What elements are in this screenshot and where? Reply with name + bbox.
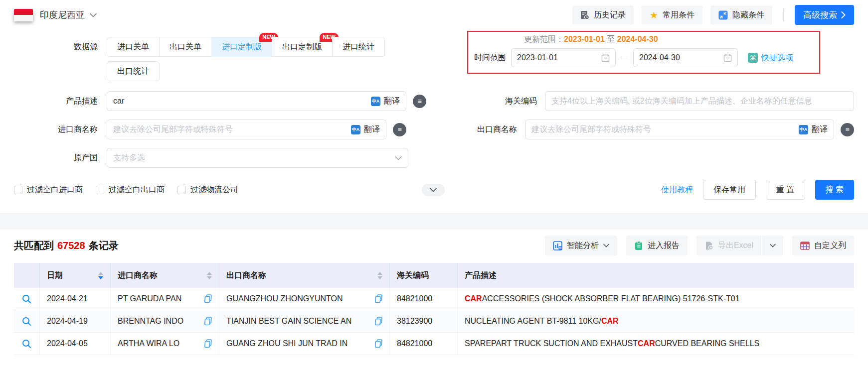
advanced-search-button[interactable]: 高级搜索 [795, 5, 854, 25]
end-date-input[interactable]: 2024-04-30 [633, 48, 738, 67]
search-button[interactable]: 搜 索 [815, 180, 854, 200]
translate-button[interactable]: 中A 翻译 [794, 124, 828, 135]
row-detail-button[interactable] [14, 310, 40, 332]
cell-importer[interactable]: BRENNTAG INDO [111, 310, 219, 332]
table-header-cell[interactable]: 出口商名称 [219, 263, 390, 288]
cell-hscode: 84821000 [390, 333, 458, 355]
sort-desc-icon[interactable] [377, 276, 382, 279]
enter-report-button[interactable]: 进入报告 [626, 236, 688, 255]
cell-importer[interactable]: PT GARUDA PAN [111, 288, 219, 310]
table-row: 2024-04-21 PT GARUDA PAN GUANGZHOU ZHONG… [14, 288, 854, 310]
topbar: 印度尼西亚 历史记录 ★ 常用条件 隐藏条件 高级搜索 [0, 0, 868, 30]
reset-button[interactable]: 重 置 [766, 180, 805, 200]
checkbox-icon[interactable] [96, 186, 104, 194]
row-detail-button[interactable] [14, 333, 40, 355]
datasource-tab[interactable]: 出口统计 [107, 61, 160, 81]
sort-desc-icon[interactable] [207, 276, 212, 279]
row-detail-button[interactable] [14, 288, 40, 310]
datasource-tab[interactable]: 出口关单 [159, 37, 212, 57]
results-count: 67528 [57, 240, 85, 251]
star-icon: ★ [650, 10, 658, 20]
sort-asc-icon[interactable] [377, 272, 382, 275]
translate-button[interactable]: 中A 翻译 [366, 96, 400, 107]
cell-importer[interactable]: ARTHA WIRA LO [111, 333, 219, 355]
start-date-input[interactable]: 2023-01-01 [511, 48, 616, 67]
favorites-button[interactable]: ★ 常用条件 [642, 5, 702, 24]
country-selector-label[interactable]: 印度尼西亚 [40, 9, 85, 21]
exporter-name[interactable]: TIANJIN BEST GAIN SCIENCE AN [226, 317, 371, 326]
topbar-actions: 历史记录 ★ 常用条件 隐藏条件 高级搜索 [572, 5, 854, 25]
datasource-tab-label: 出口关单 [170, 42, 201, 51]
sort-asc-icon[interactable] [98, 272, 103, 275]
translate-button[interactable]: 中A 翻译 [346, 124, 380, 135]
filter-checkbox[interactable]: 过滤物流公司 [177, 185, 238, 195]
sort-asc-icon[interactable] [207, 272, 212, 275]
chevron-down-icon[interactable] [90, 13, 97, 17]
expand-conditions-button[interactable] [422, 184, 445, 196]
table-header-spacer [14, 263, 40, 288]
datasource-tab[interactable]: 进口定制版 NEW [211, 37, 272, 57]
tutorial-link[interactable]: 使用教程 [661, 185, 693, 195]
datasource-tab-label: 出口定制版 [282, 42, 322, 51]
sort-icons[interactable] [98, 272, 103, 279]
export-options-button[interactable] [761, 236, 783, 255]
exporter-input[interactable]: 建议去除公司尾部字符或特殊符号 中A 翻译 [525, 120, 834, 139]
history-label: 历史记录 [594, 10, 626, 20]
cell-exporter[interactable]: TIANJIN BEST GAIN SCIENCE AN [219, 310, 390, 332]
copy-icon[interactable] [204, 294, 212, 303]
table-header-cell[interactable]: 日期 [40, 263, 111, 288]
checkbox-icon[interactable] [177, 186, 186, 194]
cell-exporter[interactable]: GUANGZHOU ZHONGYUNTON [219, 288, 390, 310]
exporter-name[interactable]: GUANGZHOU ZHONGYUNTON [226, 294, 371, 303]
custom-columns-button[interactable]: 自定义列 [792, 236, 854, 255]
copy-icon[interactable] [374, 339, 382, 348]
sort-icons[interactable] [377, 272, 382, 279]
checkbox-icon[interactable] [14, 186, 22, 194]
copy-icon[interactable] [374, 317, 382, 326]
copy-icon[interactable] [204, 317, 212, 326]
datasource-tab[interactable]: 进口统计 [332, 37, 385, 57]
datasource-tab[interactable]: 出口定制版 NEW [272, 37, 333, 57]
hs-code-input[interactable]: 支持4位以上海关编码, 或2位海关编码加上产品描述、企业名称的任意信息 [545, 91, 854, 111]
magnifier-icon [21, 294, 32, 304]
column-label: 进口商名称 [118, 270, 158, 281]
cell-hscode: 38123900 [390, 310, 458, 332]
save-common-button[interactable]: 保存常用 [703, 180, 756, 200]
table-header-cell[interactable]: 产品描述 [458, 263, 854, 288]
match-logic-icon[interactable]: ≡ [393, 123, 406, 136]
table-header-cell[interactable]: 进口商名称 [111, 263, 219, 288]
importer-name[interactable]: PT GARUDA PAN [118, 294, 200, 303]
exporter-name[interactable]: GUANG ZHOU SHI JUN TRAD IN [226, 339, 371, 348]
history-button[interactable]: 历史记录 [572, 5, 634, 24]
copy-icon[interactable] [374, 294, 382, 303]
search-form: 数据源 进口关单 出口关单 进口定制版 NEW 出口定制版 NEW 进口统计 出… [0, 30, 868, 213]
chevron-down-icon [430, 188, 437, 192]
origin-country-select[interactable]: 支持多选 [107, 148, 408, 168]
importer-name[interactable]: BRENNTAG INDO [118, 317, 200, 326]
filter-checkbox[interactable]: 过滤空白出口商 [96, 185, 165, 195]
match-logic-icon[interactable]: ≡ [413, 95, 426, 108]
sort-icons[interactable] [207, 272, 212, 279]
filter-checkbox[interactable]: 过滤空白进口商 [14, 185, 83, 195]
table-header-cell[interactable]: 海关编码 [390, 263, 458, 288]
match-logic-icon[interactable]: ≡ [841, 123, 854, 136]
sort-desc-icon[interactable] [98, 276, 103, 279]
exporter-label: 出口商名称 [437, 120, 517, 139]
filter-checkboxes: 过滤空白进口商 过滤空白出口商 过滤物流公司 [14, 185, 238, 195]
quick-options-link[interactable]: ⌘ 快捷选项 [748, 53, 793, 63]
table-body: 2024-04-21 PT GARUDA PAN GUANGZHOU ZHONG… [14, 288, 854, 355]
enter-report-label: 进入报告 [648, 241, 680, 251]
datasource-tab-label: 出口统计 [117, 67, 149, 75]
magnifier-icon [21, 316, 32, 327]
datasource-tab[interactable]: 进口关单 [107, 37, 160, 57]
importer-name[interactable]: ARTHA WIRA LO [118, 339, 200, 348]
smart-analysis-button[interactable]: BI 智能分析 [545, 236, 617, 255]
product-desc-input[interactable]: car 中A 翻译 [107, 91, 406, 111]
results-table: 日期 进口商名称 出口商名称 海关编码 产品描述 2024-04-21 PT G… [14, 263, 854, 355]
cell-exporter[interactable]: GUANG ZHOU SHI JUN TRAD IN [219, 333, 390, 355]
results-section: 共匹配到 67528 条记录 BI 智能分析 进入报告 导出Excel [0, 230, 868, 355]
hide-conditions-button[interactable]: 隐藏条件 [710, 5, 772, 24]
importer-input[interactable]: 建议去除公司尾部字符或特殊符号 中A 翻译 [107, 120, 386, 139]
copy-icon[interactable] [204, 339, 212, 348]
export-excel-button[interactable]: 导出Excel [696, 236, 761, 255]
